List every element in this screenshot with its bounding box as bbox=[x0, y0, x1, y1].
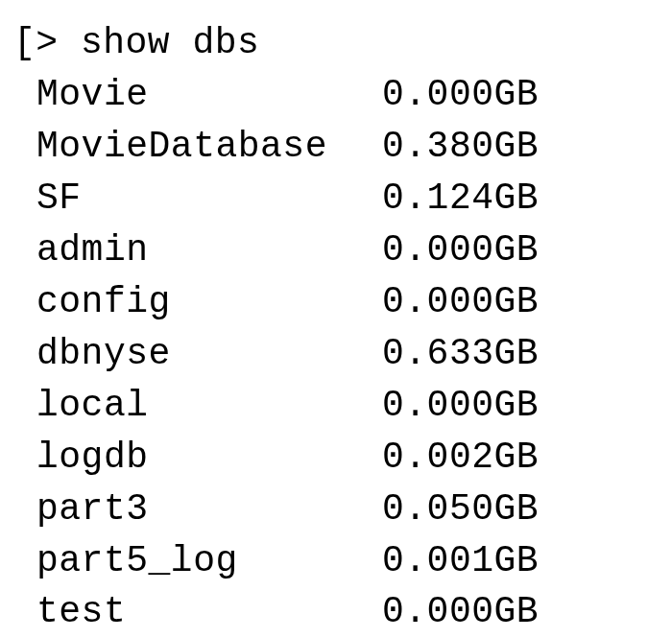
database-name: logdb bbox=[36, 432, 382, 484]
database-row: local0.000GB bbox=[13, 380, 664, 432]
database-name: SF bbox=[36, 173, 382, 224]
database-row: part30.050GB bbox=[13, 484, 664, 535]
prompt-command: show dbs bbox=[81, 22, 259, 63]
prompt-chevron-icon: > bbox=[36, 22, 58, 63]
database-name: part3 bbox=[36, 484, 382, 535]
database-name: config bbox=[36, 276, 382, 328]
database-size: 0.380GB bbox=[382, 126, 539, 167]
database-size: 0.001GB bbox=[382, 540, 539, 581]
database-name: part5_log bbox=[36, 535, 382, 587]
database-name: admin bbox=[36, 224, 382, 276]
database-size: 0.633GB bbox=[382, 333, 539, 374]
database-row: MovieDatabase0.380GB bbox=[13, 121, 664, 173]
database-size: 0.050GB bbox=[382, 488, 539, 530]
database-row: admin0.000GB bbox=[13, 224, 664, 276]
database-name: dbnyse bbox=[36, 328, 382, 380]
database-name: MovieDatabase bbox=[36, 121, 382, 173]
database-list: Movie0.000GBMovieDatabase0.380GBSF0.124G… bbox=[13, 69, 664, 638]
database-size: 0.002GB bbox=[382, 437, 539, 478]
database-row: logdb0.002GB bbox=[13, 432, 664, 484]
database-size: 0.000GB bbox=[382, 229, 539, 271]
database-row: test0.000GB bbox=[13, 586, 664, 638]
database-size: 0.000GB bbox=[382, 281, 539, 322]
database-size: 0.000GB bbox=[382, 74, 539, 115]
database-size: 0.000GB bbox=[382, 385, 539, 426]
prompt-line[interactable]: [> show dbs bbox=[13, 17, 664, 69]
database-name: Movie bbox=[36, 69, 382, 121]
database-row: SF0.124GB bbox=[13, 173, 664, 224]
prompt-bracket: [ bbox=[13, 22, 36, 63]
database-row: part5_log0.001GB bbox=[13, 535, 664, 587]
database-name: test bbox=[36, 586, 382, 638]
database-row: dbnyse0.633GB bbox=[13, 328, 664, 380]
database-size: 0.124GB bbox=[382, 177, 539, 219]
database-size: 0.000GB bbox=[382, 591, 539, 632]
database-row: config0.000GB bbox=[13, 276, 664, 328]
database-row: Movie0.000GB bbox=[13, 69, 664, 121]
database-name: local bbox=[36, 380, 382, 432]
